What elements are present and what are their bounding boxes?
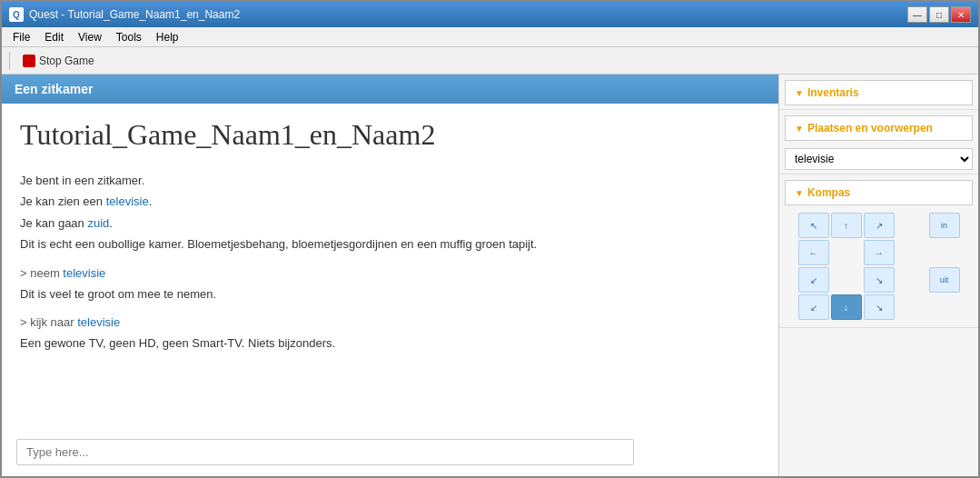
input-area (2, 432, 778, 476)
stop-game-button[interactable]: Stop Game (17, 52, 100, 70)
menu-edit[interactable]: Edit (37, 29, 71, 45)
room-title: Een zitkamer (15, 82, 93, 96)
room-header: Een zitkamer (2, 75, 778, 104)
compass-in[interactable]: in (929, 213, 960, 238)
game-title: Tutorial_Game_Naam1_en_Naam2 (20, 118, 760, 152)
right-panel: ▼ Inventaris ▼ Plaatsen en voorwerpen te… (778, 75, 978, 476)
link-zuid[interactable]: zuid (87, 216, 109, 230)
game-line-2: Je kan zien een televisie. (20, 194, 152, 208)
compass-n[interactable]: ↑ (831, 213, 862, 238)
plaatsen-header[interactable]: ▼ Plaatsen en voorwerpen (785, 115, 973, 141)
titlebar: Q Quest - Tutorial_Game_Naam1_en_Naam2 —… (2, 2, 978, 27)
kompas-section: ▼ Kompas ↖ ↑ ↗ in ← → (779, 174, 978, 328)
game-description: Je bent in een zitkamer. Je kan zien een… (20, 170, 760, 255)
stop-icon (23, 55, 35, 67)
compass-e[interactable]: → (864, 240, 895, 265)
menubar: File Edit View Tools Help (2, 27, 978, 47)
response-2: Een gewone TV, geen HD, geen Smart-TV. N… (20, 333, 760, 354)
response-1: Dit is veel te groot om mee te nemen. (20, 284, 760, 304)
compass-empty-1 (896, 213, 927, 238)
plaatsen-select[interactable]: televisie (785, 148, 973, 170)
compass-empty-3 (896, 240, 927, 265)
inventaris-arrow: ▼ (795, 88, 804, 98)
kompas-arrow: ▼ (795, 188, 804, 198)
menu-help[interactable]: Help (149, 29, 186, 45)
maximize-button[interactable]: □ (929, 6, 949, 23)
game-line-3: Je kan gaan zuid. (20, 216, 113, 230)
compass-grid: ↖ ↑ ↗ in ← → ↙ ↘ uit (779, 213, 978, 327)
plaatsen-arrow: ▼ (795, 124, 804, 134)
compass-se2[interactable]: ↘ (864, 294, 895, 320)
compass-empty-6 (896, 267, 927, 293)
compass-out[interactable]: uit (929, 267, 960, 293)
menu-file[interactable]: File (5, 29, 37, 45)
toolbar-separator (9, 52, 10, 70)
inventaris-header[interactable]: ▼ Inventaris (785, 80, 973, 105)
titlebar-left: Q Quest - Tutorial_Game_Naam1_en_Naam2 (9, 7, 240, 22)
menu-view[interactable]: View (71, 29, 109, 45)
window-title: Quest - Tutorial_Game_Naam1_en_Naam2 (29, 8, 240, 21)
plaatsen-select-row: televisie (785, 148, 973, 170)
compass-w[interactable]: ← (798, 240, 829, 265)
plaatsen-content: televisie (779, 144, 978, 174)
toolbar: Stop Game (2, 47, 978, 75)
compass-ne[interactable]: ↗ (864, 213, 895, 238)
left-panel: Een zitkamer Tutorial_Game_Naam1_en_Naam… (2, 75, 778, 476)
compass-sw2[interactable]: ↙ (798, 294, 829, 320)
compass-empty-5 (831, 267, 862, 293)
link-televisie-1[interactable]: televisie (106, 194, 149, 208)
compass-nw[interactable]: ↖ (798, 213, 829, 238)
compass-s[interactable]: ↓ (831, 294, 862, 320)
plaatsen-label: Plaatsen en voorwerpen (807, 122, 933, 134)
command-block-2: > kijk naar televisie Een gewone TV, gee… (20, 315, 760, 354)
command-1: > neem televisie (20, 266, 760, 280)
main-window: Q Quest - Tutorial_Game_Naam1_en_Naam2 —… (0, 0, 980, 478)
inventaris-section: ▼ Inventaris (779, 75, 978, 110)
plaatsen-section: ▼ Plaatsen en voorwerpen televisie (779, 110, 978, 174)
kompas-header[interactable]: ▼ Kompas (785, 180, 973, 205)
main-content: Een zitkamer Tutorial_Game_Naam1_en_Naam… (2, 75, 978, 476)
window-controls: — □ ✕ (907, 6, 971, 23)
compass-empty-2 (831, 240, 862, 265)
game-line-4: Dit is echt een oubollige kamer. Bloemet… (20, 237, 537, 251)
command-2: > kijk naar televisie (20, 315, 760, 329)
compass-empty-4 (929, 240, 960, 265)
stop-game-label: Stop Game (39, 55, 94, 67)
command-block-1: > neem televisie Dit is veel te groot om… (20, 266, 760, 304)
game-line-1: Je bent in een zitkamer. (20, 174, 144, 187)
close-button[interactable]: ✕ (951, 6, 971, 23)
minimize-button[interactable]: — (907, 6, 927, 23)
app-icon: Q (9, 7, 24, 22)
game-input[interactable] (16, 439, 634, 465)
inventaris-label: Inventaris (807, 86, 859, 99)
link-televisie-2[interactable]: televisie (63, 266, 105, 280)
link-televisie-3[interactable]: televisie (77, 315, 120, 329)
compass-sw[interactable]: ↙ (798, 267, 829, 293)
menu-tools[interactable]: Tools (109, 29, 149, 45)
game-content: Tutorial_Game_Naam1_en_Naam2 Je bent in … (2, 104, 778, 432)
kompas-label: Kompas (807, 186, 850, 199)
compass-se[interactable]: ↘ (864, 267, 895, 293)
